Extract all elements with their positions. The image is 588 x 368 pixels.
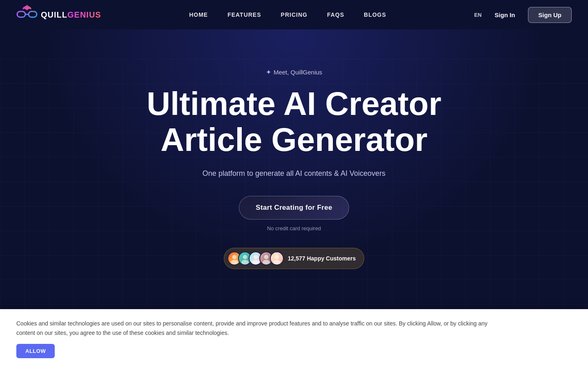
nav-item-pricing[interactable]: PRICING xyxy=(281,11,307,18)
hero-title-line2: Article Generator xyxy=(160,121,428,158)
nav-item-faqs[interactable]: FAQS xyxy=(327,11,344,18)
svg-point-12 xyxy=(273,260,281,265)
svg-rect-1 xyxy=(29,11,37,17)
hero-title-line1: Ultimate AI Creator xyxy=(147,85,441,122)
svg-point-5 xyxy=(243,255,247,259)
avatars-row xyxy=(227,251,284,265)
customers-badge: 12,577 Happy Customers xyxy=(224,248,365,269)
svg-point-10 xyxy=(263,260,270,265)
nav-item-blogs[interactable]: BLOGS xyxy=(364,11,386,18)
cta-button[interactable]: Start Creating for Free xyxy=(239,196,349,220)
allow-button[interactable]: ALLOW xyxy=(16,344,55,358)
svg-point-11 xyxy=(274,255,279,259)
sparkle-icon: ✦ xyxy=(266,68,271,76)
nav-links: HOME FEATURES PRICING FAQS BLOGS xyxy=(189,11,386,18)
nav-actions: EN Sign In Sign Up xyxy=(474,7,572,23)
logo-icon xyxy=(16,4,38,25)
logo[interactable]: QUILLGENIUS xyxy=(16,4,101,25)
customers-count: 12,577 Happy Customers xyxy=(288,255,356,262)
meet-badge: ✦ Meet, QuillGenius xyxy=(266,68,322,76)
svg-rect-0 xyxy=(17,11,25,17)
hero-title: Ultimate AI Creator Article Generator xyxy=(147,86,441,158)
hero-section: ✦ Meet, QuillGenius Ultimate AI Creator … xyxy=(0,29,588,299)
cookie-banner: Cookies and similar technologies are use… xyxy=(0,309,588,368)
svg-point-3 xyxy=(232,255,236,259)
navbar: QUILLGENIUS HOME FEATURES PRICING FAQS B… xyxy=(0,0,588,29)
logo-text: QUILLGENIUS xyxy=(41,10,101,20)
sign-up-button[interactable]: Sign Up xyxy=(528,7,572,23)
sign-in-button[interactable]: Sign In xyxy=(490,8,520,22)
no-credit-card-text: No credit card required xyxy=(267,225,321,231)
meet-label: Meet, QuillGenius xyxy=(274,69,322,76)
svg-point-4 xyxy=(231,260,238,265)
cookie-text: Cookies and similar technologies are use… xyxy=(16,319,506,337)
nav-item-features[interactable]: FEATURES xyxy=(227,11,261,18)
hero-subtitle: One platform to generate all AI contents… xyxy=(203,169,385,178)
svg-point-7 xyxy=(253,255,258,259)
svg-point-6 xyxy=(241,260,249,265)
svg-point-8 xyxy=(252,260,259,265)
avatar-5 xyxy=(270,251,284,265)
nav-item-home[interactable]: HOME xyxy=(189,11,208,18)
language-selector[interactable]: EN xyxy=(474,12,481,18)
svg-point-9 xyxy=(264,255,268,259)
